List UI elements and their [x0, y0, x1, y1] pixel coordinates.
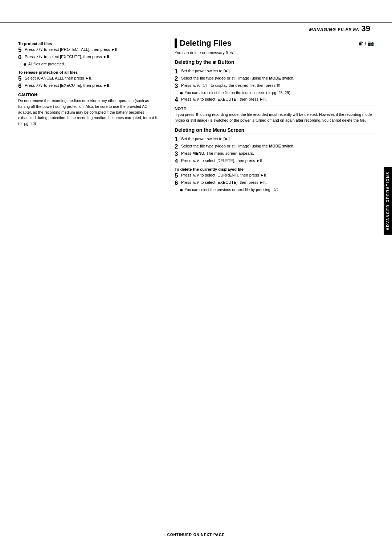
release-heading: To release protection of all files — [18, 70, 160, 74]
step-2-sub2: 2 Select the file type (video or still i… — [175, 143, 374, 150]
footer: CONTINUED ON NEXT PAGE — [0, 532, 392, 537]
right-column: Deleting Files 🗑 / 📷 You can delete unne… — [171, 39, 374, 194]
protect-all-heading: To protect all files — [18, 41, 160, 46]
delete-current-heading: To delete the currently displayed file — [175, 167, 374, 171]
note-box: NOTE: If you press 🗑 during recording mo… — [175, 105, 374, 123]
content-area: To protect all files 5 Press ∧/∨ to sele… — [0, 39, 392, 194]
bullet-protected: ● All files are protected. — [23, 61, 160, 67]
intro-text: You can delete unnecessary files. — [175, 50, 374, 56]
step-4-sub1: 4 Press ∧/∨ to select [EXECUTE], then pr… — [175, 97, 374, 103]
page: MANAGING FILES EN 39 To protect all file… — [0, 0, 392, 555]
step-3-sub2: 3 Press MENU. The menu screen appears. — [175, 151, 374, 157]
step-1-sub1: 1 Set the power switch to [►]. — [175, 68, 374, 74]
bullet-1-sub2: ● You can select the previous or next fi… — [180, 187, 374, 193]
header-title: MANAGING FILES EN 39 — [309, 28, 370, 32]
trash-icon: 🗑 — [212, 60, 216, 65]
left-column: To protect all files 5 Press ∧/∨ to sele… — [18, 39, 171, 194]
step-6-protect-all: 6 Press ∧/∨ to select [EXECUTE], then pr… — [18, 54, 160, 60]
step-5-sub2: 5 Press ∧/∨ to select [CURRENT], then pr… — [175, 173, 374, 179]
step-5-protect-all: 5 Press ∧/∨ to select [PROTECT ALL], the… — [18, 47, 160, 53]
step-6-sub2: 6 Press ∧/∨ to select [EXECUTE], then pr… — [175, 180, 374, 186]
step-4-sub2: 4 Press ∧/∨ to select [DELETE], then pre… — [175, 158, 374, 164]
side-tab: ADVANCED OPERATIONS — [384, 167, 392, 235]
step-5-release: 5 Select [CANCEL ALL], then press ►II. — [18, 76, 160, 82]
section-icons: 🗑 / 📷 — [358, 40, 374, 46]
subsection-2-title: Deleting on the Menu Screen — [175, 127, 374, 134]
section-title-deleting: Deleting Files 🗑 / 📷 — [175, 39, 374, 48]
header-bar: MANAGING FILES EN 39 — [0, 22, 392, 35]
step-6-release: 6 Press ∧/∨ to select [EXECUTE], then pr… — [18, 83, 160, 89]
step-1-sub2: 1 Set the power switch to [►]. — [175, 136, 374, 142]
subsection-1-title: Deleting by the 🗑 Button — [175, 59, 374, 66]
bullet-1-sub1: ● You can also select the file on the in… — [180, 90, 374, 96]
caution-box: CAUTION: Do not remove the recording med… — [18, 93, 160, 127]
step-2-sub1: 2 Select the file type (video or still i… — [175, 76, 374, 82]
step-3-sub1: 3 Press ∧/∨/〈/〉 to display the desired f… — [175, 83, 374, 89]
